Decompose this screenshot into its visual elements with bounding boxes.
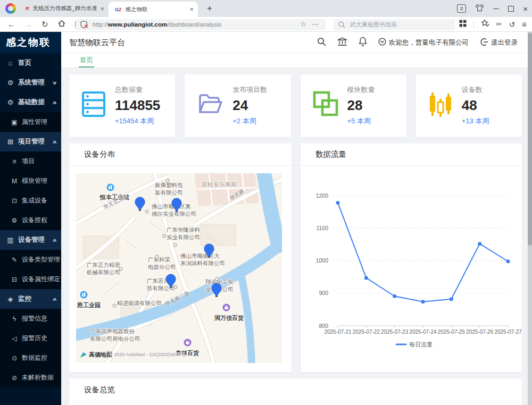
- device-pin-icon[interactable]: [171, 198, 182, 212]
- chart-legend[interactable]: 每日流量: [396, 341, 433, 348]
- sidebar-item-label: 模块管理: [22, 176, 47, 185]
- sidebar-item[interactable]: ▣属性管理: [0, 112, 61, 132]
- browser-search-input[interactable]: [349, 21, 442, 28]
- browser-tab[interactable]: GZ感之物联×: [109, 2, 198, 17]
- dot-poi-icon: [119, 264, 123, 273]
- sidebar-item-label: 属性管理: [22, 117, 47, 126]
- sidebar-item[interactable]: ⊞项目管理∧: [0, 132, 61, 151]
- sidebar-item-label: 系统管理: [18, 78, 45, 87]
- logout-button[interactable]: 退出登录: [480, 38, 518, 48]
- tab-close-icon[interactable]: ×: [189, 5, 194, 13]
- data-line: [338, 203, 508, 301]
- back-button[interactable]: ←: [7, 20, 15, 28]
- scrollbar-thumb[interactable]: [528, 33, 532, 246]
- sidebar-item[interactable]: ▥设备管理∧: [0, 230, 61, 250]
- sidebar-item-label: 项目: [22, 157, 35, 166]
- shop-poi-icon: [222, 303, 230, 314]
- data-flow-panel: 数据流量 8009001000110012002025-07-212025-07…: [301, 144, 522, 372]
- gear-icon: ⚙: [6, 79, 15, 87]
- browser-window: R无线压力传感器_静力水准仪_×GZ感之物联× + 2 × ← → ↻ AI h…: [0, 0, 532, 405]
- restore-undo-icon[interactable]: ↺: [509, 21, 516, 28]
- device-pin-icon[interactable]: [135, 197, 145, 211]
- bookmark-star-icon[interactable]: ☆: [300, 20, 306, 28]
- stat-card: 模块数量28+5 本周: [301, 74, 406, 137]
- favorites-star-pen-icon[interactable]: [481, 19, 489, 29]
- address-more-icon[interactable]: ⋯: [312, 20, 319, 28]
- theme-shirt-icon[interactable]: [475, 4, 484, 14]
- stat-delta: +5 本周: [347, 116, 375, 126]
- sidebar-item[interactable]: ≡项目: [0, 151, 61, 171]
- maximize-button[interactable]: [508, 6, 514, 12]
- gear-icon: ⚙: [10, 217, 19, 224]
- sidebar-item[interactable]: ⊘未解析数据: [0, 368, 61, 387]
- sidebar-item[interactable]: ⊡集成设备: [0, 191, 61, 210]
- browser-tab[interactable]: R无线压力传感器_静力水准仪_×: [19, 0, 109, 17]
- sidebar-item[interactable]: ◈监控∧: [0, 289, 61, 309]
- device-pin-icon[interactable]: [211, 283, 222, 297]
- dot-poi-icon: [165, 175, 170, 185]
- map-label: 广东正力精密 机械有限公司: [87, 261, 120, 276]
- bell-icon[interactable]: [359, 37, 367, 48]
- browser-menu-icon[interactable]: ≡: [522, 20, 527, 28]
- gear-icon: ⚙: [6, 98, 15, 106]
- minimize-button[interactable]: [493, 9, 499, 9]
- user-circle-icon: [378, 38, 386, 47]
- slash-icon: ⊘: [10, 374, 19, 382]
- map-attribution: © 2025 AutoNavi - GS(2023)4677号: [109, 351, 186, 358]
- tab-home[interactable]: 首页: [79, 53, 94, 68]
- tab-title: 无线压力传感器_静力水准仪_: [33, 5, 97, 12]
- browser-search-box[interactable]: [334, 19, 455, 30]
- header-search-icon[interactable]: [317, 37, 326, 48]
- tab-count-badge[interactable]: 2: [457, 4, 466, 13]
- new-tab-button[interactable]: +: [203, 2, 216, 15]
- screenshot-scissors-icon[interactable]: ✂: [496, 21, 502, 28]
- panel-title: 设备分布: [69, 144, 292, 166]
- data-point[interactable]: [421, 300, 425, 303]
- sidebar-item[interactable]: ◁报警历史: [0, 328, 61, 348]
- monitor-icon: ▥: [6, 236, 15, 244]
- home-button[interactable]: [57, 19, 66, 30]
- sidebar-item[interactable]: ⌂首页: [0, 53, 61, 73]
- data-point[interactable]: [478, 242, 481, 246]
- grid-icon: ⊞: [6, 138, 15, 146]
- bank-icon[interactable]: [337, 37, 347, 48]
- toolbar-divider: [473, 21, 474, 28]
- tab-close-icon[interactable]: ×: [100, 5, 104, 13]
- reload-button[interactable]: ↻: [41, 20, 48, 28]
- sidebar-item[interactable]: ✎设备类型管理: [0, 250, 61, 269]
- data-point[interactable]: [506, 259, 510, 263]
- flow-line-chart: 8009001000110012002025-07-212025-07-2220…: [301, 167, 522, 372]
- stat-text: 模块数量28+5 本周: [347, 85, 375, 126]
- sidebar-item-label: 报警信息: [22, 314, 47, 323]
- user-welcome-dropdown[interactable]: 欢迎您，普量电子有限公司: [378, 38, 469, 47]
- sidebar-item[interactable]: ⚙基础数据∧: [0, 92, 61, 112]
- forward-button[interactable]: →: [24, 20, 32, 28]
- device-pin-icon[interactable]: [204, 243, 214, 258]
- map-canvas[interactable]: 恒丰工业城新康塑料包 装有限公司容桂安乐阁苑佛山市顺德区奥 德尔实业有限公司广东…: [76, 173, 282, 363]
- apps-grid-icon[interactable]: [459, 20, 467, 29]
- data-point[interactable]: [364, 276, 368, 280]
- stat-label: 总数据量: [115, 85, 160, 95]
- insecure-shield-icon[interactable]: [80, 20, 88, 29]
- browser-logo-icon[interactable]: [5, 3, 16, 14]
- x-axis-tick-label: 2025-07-23: [381, 329, 409, 335]
- sidebar-item[interactable]: ⚙设备授权: [0, 210, 61, 230]
- sidebar-item[interactable]: ⊟设备属性绑定: [0, 269, 61, 289]
- map-label: 胜工业园: [77, 301, 101, 309]
- sidebar-item[interactable]: ⚙系统管理∨: [0, 73, 61, 92]
- page-tabstrip: 首页: [61, 53, 528, 68]
- data-point[interactable]: [450, 297, 453, 301]
- sidebar-item[interactable]: ϟ报警信息: [0, 309, 61, 328]
- map-label: 广东华隆涂料 实业有限公司: [167, 226, 200, 241]
- device-pin-icon[interactable]: [165, 274, 176, 288]
- data-point[interactable]: [336, 201, 340, 205]
- stat-label: 发布项目数: [232, 85, 267, 95]
- sidebar-item[interactable]: M模块管理: [0, 171, 61, 191]
- close-window-button[interactable]: ×: [523, 5, 528, 13]
- stat-cards-row: 总数据量114855+15454 本周发布项目数24+2 本周模块数量28+5 …: [69, 74, 522, 137]
- sidebar: 感之物联 ⌂首页⚙系统管理∨⚙基础数据∧▣属性管理⊞项目管理∧≡项目M模块管理⊡…: [0, 32, 61, 405]
- data-point[interactable]: [393, 294, 396, 298]
- address-bar[interactable]: http://www.puliangiot.com/dashboard/anal…: [76, 19, 326, 30]
- sidebar-item[interactable]: ⊙数据监控: [0, 348, 61, 368]
- browser-toolbar: ← → ↻ AI http://www.puliangiot.com/dashb…: [0, 17, 532, 32]
